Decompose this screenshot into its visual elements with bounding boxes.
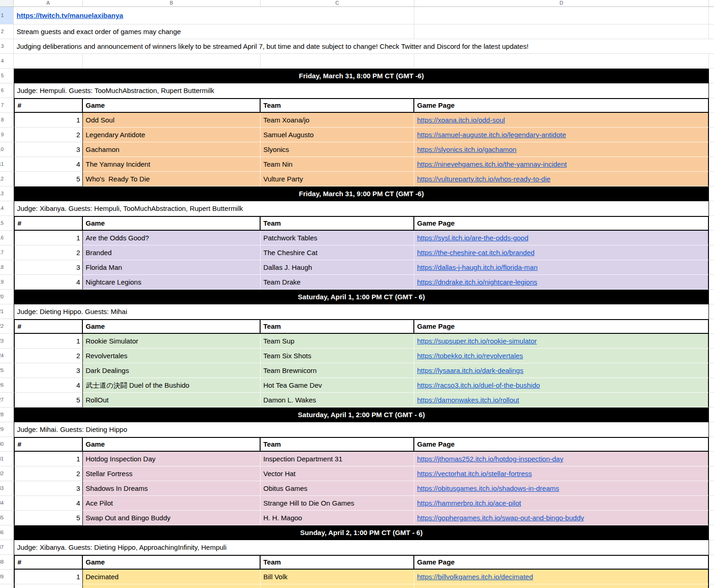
game-page-link[interactable]: https://vectorhat.itch.io/stellar-fortre…	[417, 470, 532, 477]
game-page-link[interactable]: https://dallas-j-haugh.itch.io/florida-m…	[417, 263, 538, 271]
row-header[interactable]: 25	[0, 363, 14, 378]
row-header[interactable]: 31	[0, 452, 14, 466]
row-header[interactable]: 32	[0, 466, 14, 481]
game-page-cell: https://racso3.itch.io/duel-of-the-bushi…	[414, 378, 709, 393]
empty-cell	[709, 201, 714, 216]
row-header[interactable]: 12	[0, 172, 14, 186]
game-page-cell: https://jthomas252.itch.io/hotdog-inspec…	[414, 452, 709, 466]
row-number: 17	[0, 245, 4, 260]
row-header[interactable]: 18	[0, 260, 14, 275]
team-cell: Vector Hat	[261, 466, 414, 481]
sheet-row: 3Judging deliberations and announcement …	[0, 39, 714, 54]
row-header[interactable]: 22	[0, 319, 14, 334]
column-header-d[interactable]: D	[414, 0, 709, 6]
row-header[interactable]: 8	[0, 113, 14, 128]
row-header[interactable]: 6	[0, 83, 14, 98]
game-page-link[interactable]: https://hammerbro.itch.io/ace-pilot	[417, 499, 521, 507]
table-header-number: #	[14, 98, 83, 113]
row-header[interactable]: 17	[0, 245, 14, 260]
row-header[interactable]: 38	[0, 555, 14, 570]
row-header[interactable]: 9	[0, 128, 14, 142]
game-cell: Legendary Antidote	[83, 128, 261, 142]
row-header[interactable]: 14	[0, 201, 14, 216]
game-page-cell: https://slyonics.itch.io/gachamon	[414, 142, 709, 157]
row-header[interactable]: 24	[0, 349, 14, 363]
row-header[interactable]: 10	[0, 142, 14, 157]
row-header[interactable]: 27	[0, 393, 14, 408]
game-page-link[interactable]: https://slyonics.itch.io/gachamon	[417, 146, 517, 153]
row-header[interactable]: 4	[0, 54, 14, 69]
twitch-link[interactable]: https://twitch.tv/manuelaxibanya	[17, 12, 123, 19]
table-header-game: Game	[83, 319, 261, 334]
game-cell: The Yamnay Incident	[83, 157, 261, 172]
game-page-link[interactable]: https://lysaara.itch.io/dark-dealings	[417, 367, 523, 374]
game-page-link[interactable]: https://xoana.itch.io/odd-soul	[417, 116, 505, 124]
row-header[interactable]: 28	[0, 408, 14, 422]
column-header-b[interactable]: B	[83, 0, 261, 6]
row-number: 23	[0, 334, 4, 348]
row-header[interactable]: 35	[0, 511, 14, 525]
row-header[interactable]: 19	[0, 275, 14, 290]
game-page-link[interactable]: https://supsuper.itch.io/rookie-simulato…	[417, 337, 537, 345]
row-number-cell: 3	[14, 142, 83, 157]
game-page-link[interactable]: https://vultureparty.itch.io/whos-ready-…	[417, 175, 551, 183]
row-header[interactable]: 29	[0, 422, 14, 437]
game-row: 253Dark DealingsTeam Brewnicornhttps://l…	[0, 363, 714, 378]
game-page-link[interactable]: https://sysl.itch.io/are-the-odds-good	[417, 234, 528, 242]
select-all-corner[interactable]	[0, 0, 14, 6]
game-page-link[interactable]: https://the-cheshire-cat.itch.io/branded	[417, 249, 534, 256]
row-header[interactable]: 36	[0, 525, 14, 540]
game-page-cell: https://eternaltwins.itch.io/dissolved-a…	[414, 584, 709, 588]
row-header[interactable]: 39	[0, 570, 14, 584]
team-cell: H. H. Magoo	[261, 511, 414, 525]
row-header[interactable]: 3	[0, 39, 14, 54]
game-page-link[interactable]: https://damonwakes.itch.io/rollout	[417, 396, 519, 404]
row-header[interactable]: 21	[0, 304, 14, 319]
row-header[interactable]: 40	[0, 584, 14, 588]
row-header[interactable]: 30	[0, 437, 14, 452]
empty-cell	[709, 39, 714, 54]
game-page-cell: https://xoana.itch.io/odd-soul	[414, 113, 709, 128]
row-header[interactable]: 20	[0, 290, 14, 304]
row-number-cell: 2	[14, 584, 83, 588]
row-header[interactable]: 11	[0, 157, 14, 172]
row-number: 32	[0, 466, 4, 481]
game-row: 242RevolvertalesTeam Six Shotshttps://to…	[0, 349, 714, 363]
team-cell: Inspection Department 31	[261, 452, 414, 466]
row-header[interactable]: 13	[0, 186, 14, 201]
row-header[interactable]: 26	[0, 378, 14, 393]
table-header-number: #	[14, 216, 83, 231]
empty-cell	[261, 54, 414, 69]
row-header[interactable]: 37	[0, 540, 14, 555]
row-header[interactable]: 16	[0, 231, 14, 245]
row-header[interactable]: 2	[0, 24, 14, 39]
row-header[interactable]: 33	[0, 481, 14, 496]
game-row: 92Legendary AntidoteSamuel Augustohttps:…	[0, 128, 714, 142]
game-page-link[interactable]: https://samuel-auguste.itch.io/legendary…	[417, 131, 566, 139]
row-number-cell: 1	[14, 113, 83, 128]
game-page-link[interactable]: https://gophergames.itch.io/swap-out-and…	[417, 514, 584, 522]
game-page-link[interactable]: https://tobekko.itch.io/revolvertales	[417, 352, 523, 360]
table-header-game: Game	[83, 216, 261, 231]
row-number: 16	[0, 231, 4, 245]
row-header[interactable]: 15	[0, 216, 14, 231]
row-header[interactable]: 7	[0, 98, 14, 113]
game-page-link[interactable]: https://dndrake.itch.io/nightcare-legion…	[417, 278, 537, 286]
row-header[interactable]: 23	[0, 334, 14, 349]
column-header-strip: A B C D	[0, 0, 714, 7]
game-page-link[interactable]: https://racso3.itch.io/duel-of-the-bushi…	[417, 381, 540, 389]
game-row: 125Who's Ready To DieVulture Partyhttps:…	[0, 172, 714, 186]
row-number-cell: 4	[14, 275, 83, 290]
game-page-link[interactable]: https://billvolkgames.itch.io/decimated	[417, 573, 533, 581]
column-header-c[interactable]: C	[261, 0, 414, 6]
row-number: 24	[0, 349, 4, 363]
column-header-a[interactable]: A	[14, 0, 83, 6]
row-header[interactable]: 5	[0, 69, 14, 83]
game-page-link[interactable]: https://obitusgames.itch.io/shadows-in-d…	[417, 484, 559, 492]
row-number: 2	[1, 24, 4, 39]
game-page-link[interactable]: https://jthomas252.itch.io/hotdog-inspec…	[417, 455, 563, 463]
row-header[interactable]: 1	[0, 7, 14, 24]
game-page-link[interactable]: https://ninevehgames.itch.io/the-yamnay-…	[417, 160, 567, 168]
row-header[interactable]: 34	[0, 496, 14, 511]
sheet-row: 1https://twitch.tv/manuelaxibanya	[0, 7, 714, 24]
